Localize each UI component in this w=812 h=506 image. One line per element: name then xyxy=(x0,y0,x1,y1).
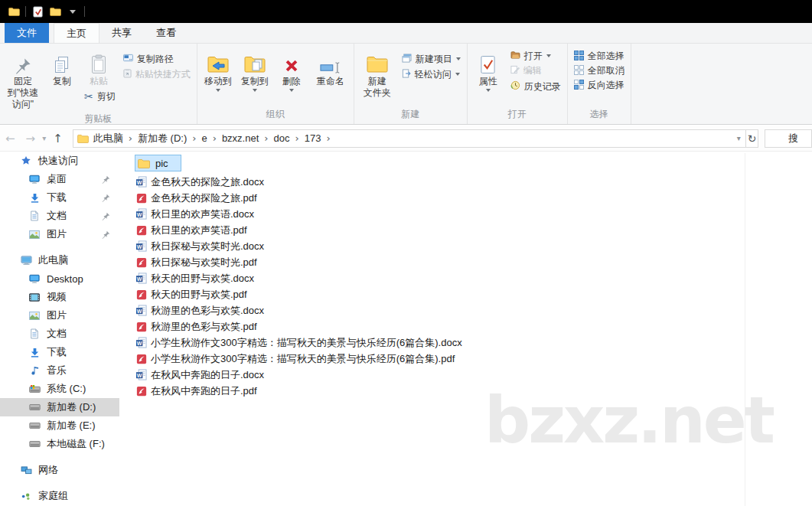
sidebar-item-label: 图片 xyxy=(47,227,67,241)
up-button[interactable]: ↑ xyxy=(47,132,68,145)
sidebar-item-pc-6[interactable]: 系统 (C:) xyxy=(0,380,119,398)
address-box[interactable]: 此电脑›新加卷 (D:)›e›bzxz.net›doc›173› ▾ xyxy=(73,129,746,148)
sidebar-item-pc-4[interactable]: 下载 xyxy=(0,343,119,361)
sidebar-item-homegroup[interactable]: 家庭组 xyxy=(0,487,119,505)
forward-button[interactable]: → xyxy=(21,132,41,145)
sidebar-item-qa-3[interactable]: 图片 xyxy=(0,225,119,243)
breadcrumb-chevron-icon[interactable]: › xyxy=(263,132,269,144)
sidebar-item-pc-2[interactable]: 图片 xyxy=(0,306,119,325)
rename-button[interactable]: 重命名 xyxy=(310,47,351,89)
cut-label: 剪切 xyxy=(97,92,116,101)
address-dropdown-icon[interactable]: ▾ xyxy=(732,134,745,142)
sidebar-item-quick-access[interactable]: 快速访问 xyxy=(0,152,119,170)
delete-button[interactable]: 删除 xyxy=(273,47,310,93)
breadcrumb-item[interactable]: doc xyxy=(269,132,295,144)
edit-button[interactable]: 编辑 xyxy=(507,63,565,78)
sidebar-item-pc-5[interactable]: 音乐 xyxy=(0,361,119,380)
breadcrumb-item[interactable]: 此电脑 xyxy=(89,132,128,145)
move-to-button[interactable]: 移动到 xyxy=(200,47,236,93)
easy-access-button[interactable]: 轻松访问 xyxy=(398,67,465,82)
file-item[interactable]: W秋日里的欢声笑语.docx xyxy=(135,206,462,222)
tab-view[interactable]: 查看 xyxy=(144,23,188,43)
open-group-label: 打开 xyxy=(470,107,565,124)
edit-icon xyxy=(510,65,520,76)
sidebar-item-network[interactable]: 网络 xyxy=(0,461,119,479)
tab-file[interactable]: 文件 xyxy=(5,23,49,43)
music-icon xyxy=(28,366,41,376)
sidebar-item-qa-1[interactable]: 下载 xyxy=(0,188,119,207)
dropdown-arrow-icon xyxy=(546,54,551,57)
sidebar-item-qa-0[interactable]: 桌面 xyxy=(0,170,119,188)
file-item[interactable]: W金色秋天的探险之旅.docx xyxy=(135,174,462,190)
sidebar-item-label: 快速访问 xyxy=(38,154,78,168)
pin-to-quick-access-button[interactable]: 固定到"快速访问" xyxy=(2,47,44,112)
properties-button[interactable]: 属性 xyxy=(470,47,507,93)
sidebar-item-pc-7[interactable]: 新加卷 (D:) xyxy=(0,398,119,416)
folder-icon[interactable] xyxy=(49,5,61,18)
file-item[interactable]: 秋天的田野与欢笑.pdf xyxy=(135,286,462,302)
paste-button[interactable]: 粘贴 xyxy=(80,47,117,89)
file-item[interactable]: 在秋风中奔跑的日子.pdf xyxy=(135,383,462,399)
breadcrumb-item[interactable]: bzxz.net xyxy=(217,132,263,144)
breadcrumb-item[interactable]: 173 xyxy=(300,132,326,144)
search-input[interactable]: 搜 xyxy=(765,129,812,148)
new-folder-button[interactable]: 新建 文件夹 xyxy=(357,47,398,100)
new-item-button[interactable]: 新建项目 xyxy=(398,51,465,67)
breadcrumb-chevron-icon[interactable]: › xyxy=(294,132,299,144)
breadcrumb-chevron-icon[interactable]: › xyxy=(191,132,197,144)
sidebar-item-pc-0[interactable]: Desktop xyxy=(0,269,119,288)
history-dropdown-icon[interactable]: ▾ xyxy=(41,134,47,142)
sidebar-item-pc-9[interactable]: 本地磁盘 (F:) xyxy=(0,435,119,453)
sidebar-item-label: 下载 xyxy=(47,191,67,204)
refresh-button[interactable]: ↻ xyxy=(746,129,758,148)
select-none-button[interactable]: 全部取消 xyxy=(570,63,628,77)
file-item[interactable]: 秋日探秘与欢笑时光.pdf xyxy=(135,254,462,270)
paste-shortcut-button[interactable]: 粘贴快捷方式 xyxy=(119,66,194,82)
pin-icon xyxy=(102,230,110,239)
tab-share[interactable]: 共享 xyxy=(99,23,144,43)
breadcrumb-chevron-icon[interactable]: › xyxy=(325,132,331,144)
file-item[interactable]: 秋日里的欢声笑语.pdf xyxy=(135,222,462,238)
sidebar-item-pc-3[interactable]: 文档 xyxy=(0,325,119,343)
sidebar-item-qa-2[interactable]: 文档 xyxy=(0,207,119,225)
select-group-label: 选择 xyxy=(570,107,628,124)
sidebar-item-pc-1[interactable]: 视频 xyxy=(0,288,119,306)
breadcrumb-chevron-icon[interactable]: › xyxy=(128,132,133,144)
ribbon-group-new: 新建 文件夹 新建项目 轻松访问 xyxy=(354,44,468,124)
history-button[interactable]: 历史记录 xyxy=(507,78,565,94)
chevron-down-icon[interactable] xyxy=(67,5,79,18)
file-item-folder-selected[interactable]: pic xyxy=(135,155,181,171)
file-item[interactable]: W小学生秋游作文300字精选：描写秋天的美景与快乐经历(6篇合集).docx xyxy=(135,335,462,351)
sidebar-item-pc-8[interactable]: 新加卷 (E:) xyxy=(0,416,119,435)
open-button[interactable]: 打开 xyxy=(507,48,565,63)
file-item[interactable]: W秋天的田野与欢笑.docx xyxy=(135,270,462,286)
file-item[interactable]: 金色秋天的探险之旅.pdf xyxy=(135,190,462,206)
file-item[interactable]: 秋游里的色彩与欢笑.pdf xyxy=(135,318,462,335)
folder-icon[interactable] xyxy=(8,5,20,18)
copy-path-button[interactable]: 复制路径 xyxy=(119,51,194,66)
breadcrumb-item[interactable]: 新加卷 (D:) xyxy=(133,132,191,145)
copy-to-button[interactable]: 复制到 xyxy=(236,47,273,93)
ribbon-group-clipboard: 固定到"快速访问" 复制 粘贴 ✂ 剪切 xyxy=(0,44,197,124)
breadcrumb-item[interactable]: e xyxy=(197,132,211,144)
file-item[interactable]: W秋游里的色彩与欢笑.docx xyxy=(135,302,462,318)
download-icon xyxy=(28,348,41,357)
copy-button[interactable]: 复制 xyxy=(44,47,80,89)
file-item[interactable]: W秋日探秘与欢笑时光.docx xyxy=(135,238,462,254)
file-name: 在秋风中奔跑的日子.docx xyxy=(151,368,264,382)
file-item[interactable]: W在秋风中奔跑的日子.docx xyxy=(135,367,462,383)
properties-check-icon[interactable] xyxy=(31,5,44,18)
breadcrumb-chevron-icon[interactable]: › xyxy=(212,132,217,144)
file-name: 秋游里的色彩与欢笑.docx xyxy=(151,304,264,318)
cut-button[interactable]: ✂ 剪切 xyxy=(80,89,119,104)
tab-home[interactable]: 主页 xyxy=(54,23,99,43)
back-button[interactable]: ← xyxy=(0,132,21,145)
sidebar-item-this-pc[interactable]: 此电脑 xyxy=(0,251,119,269)
dropdown-arrow-icon xyxy=(253,89,257,92)
move-to-label: 移动到 xyxy=(204,76,232,87)
file-item[interactable]: 小学生秋游作文300字精选：描写秋天的美景与快乐经历(6篇合集).pdf xyxy=(135,351,462,367)
select-all-button[interactable]: 全部选择 xyxy=(570,48,628,63)
invert-selection-button[interactable]: 反向选择 xyxy=(570,77,628,92)
sidebar-item-label: 视频 xyxy=(47,290,67,304)
drive-icon xyxy=(28,423,41,429)
